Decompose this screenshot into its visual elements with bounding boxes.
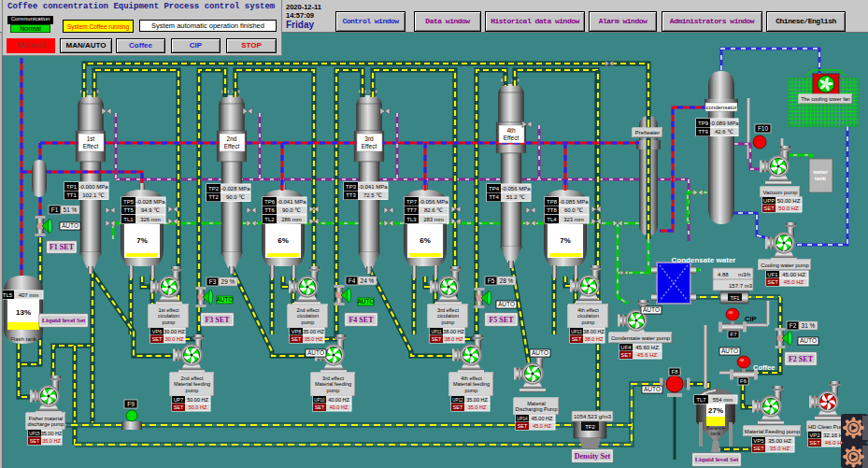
svg-text:90.0 ℃: 90.0 ℃ (282, 207, 301, 213)
svg-text:6%: 6% (277, 236, 289, 245)
svg-text:TP8: TP8 (547, 199, 558, 205)
svg-text:SET: SET (152, 336, 163, 342)
svg-text:38.00 HZ: 38.00 HZ (443, 329, 464, 334)
svg-text:TL2: TL2 (264, 217, 275, 222)
svg-text:4.88: 4.88 (718, 272, 729, 277)
svg-text:554 mm: 554 mm (713, 397, 733, 403)
svg-text:F1: F1 (51, 206, 59, 213)
svg-text:F7: F7 (730, 332, 737, 337)
svg-text:-0.000 MPa: -0.000 MPa (78, 184, 108, 190)
svg-text:condensator: condensator (705, 105, 736, 110)
svg-text:TP1: TP1 (66, 184, 78, 190)
svg-text:UF1: UF1 (767, 272, 778, 277)
svg-text:discharge pump: discharge pump (27, 421, 64, 427)
svg-text:3rd: 3rd (364, 135, 374, 142)
svg-text:1054.523 g/m3: 1054.523 g/m3 (574, 414, 612, 419)
svg-text:TP2: TP2 (208, 186, 220, 191)
svg-text:TP6: TP6 (264, 199, 276, 205)
svg-text:Effect: Effect (504, 135, 519, 141)
svg-text:SET: SET (432, 336, 442, 342)
svg-text:50.0 HZ: 50.0 HZ (189, 404, 207, 410)
svg-text:3rd effect: 3rd effect (437, 307, 459, 313)
svg-text:pump: pump (186, 388, 199, 393)
svg-text:326 mm: 326 mm (140, 217, 161, 222)
svg-text:13%: 13% (16, 308, 31, 317)
svg-text:m3/h: m3/h (738, 272, 750, 277)
svg-text:AUTO: AUTO (800, 337, 817, 344)
svg-text:SET: SET (572, 336, 582, 342)
svg-text:TP5: TP5 (123, 199, 135, 205)
svg-text:38.0 HZ: 38.0 HZ (585, 336, 604, 342)
svg-text:TL4: TL4 (547, 217, 557, 222)
svg-text:27%: 27% (708, 406, 723, 415)
svg-text:VP8: VP8 (292, 329, 301, 334)
svg-text:water: water (812, 169, 828, 175)
svg-text:31 %: 31 % (802, 322, 816, 329)
svg-text:ciculation: ciculation (437, 313, 459, 319)
svg-text:AUTO: AUTO (217, 296, 234, 303)
svg-text:29 %: 29 % (221, 278, 235, 285)
svg-text:90.0 ℃: 90.0 ℃ (226, 194, 245, 200)
svg-text:SET: SET (315, 404, 325, 410)
svg-text:6%: 6% (420, 236, 431, 245)
svg-text:Material feeding: Material feeding (315, 381, 351, 387)
svg-text:Material feeding: Material feeding (174, 381, 210, 387)
svg-text:-0.041 MPa: -0.041 MPa (358, 184, 388, 190)
svg-text:pump: pump (327, 388, 340, 393)
svg-text:7%: 7% (560, 236, 571, 245)
svg-text:1st: 1st (87, 135, 95, 142)
svg-text:AUTO: AUTO (643, 306, 660, 313)
svg-text:SET: SET (292, 336, 302, 342)
svg-text:3rd effect: 3rd effect (322, 376, 344, 381)
svg-text:TL7: TL7 (696, 397, 706, 403)
svg-text:35.00 HZ: 35.00 HZ (466, 397, 488, 403)
svg-text:2nd effect: 2nd effect (296, 307, 320, 313)
svg-text:tank: tank (711, 431, 721, 436)
svg-text:AUTO: AUTO (644, 386, 661, 392)
svg-text:4th effect: 4th effect (577, 307, 599, 313)
svg-text:AUTO: AUTO (721, 347, 738, 354)
svg-text:TL5: TL5 (3, 292, 13, 298)
svg-text:TP4: TP4 (489, 186, 500, 191)
svg-text:VP5: VP5 (753, 438, 764, 444)
svg-text:28 %: 28 % (500, 277, 514, 284)
svg-text:pump: pump (442, 319, 455, 325)
svg-text:4th effect: 4th effect (461, 376, 482, 381)
svg-text:Fisher material: Fisher material (29, 416, 63, 421)
svg-text:TT7: TT7 (406, 207, 417, 213)
svg-text:4th: 4th (506, 127, 515, 134)
svg-text:UP15: UP15 (29, 432, 40, 436)
svg-text:157.7 m3: 157.7 m3 (729, 283, 753, 289)
svg-text:-0.056 MPa: -0.056 MPa (419, 199, 448, 205)
svg-text:50.00 HZ: 50.00 HZ (777, 198, 801, 204)
svg-text:51 %: 51 % (64, 206, 78, 213)
svg-text:Flash tank: Flash tank (10, 336, 37, 342)
svg-text:F3 SET: F3 SET (205, 316, 230, 324)
svg-text:286 mm: 286 mm (281, 217, 302, 222)
svg-text:F2: F2 (790, 322, 797, 329)
svg-text:AUTO: AUTO (307, 349, 324, 356)
svg-text:UP10: UP10 (314, 398, 325, 403)
svg-text:F3: F3 (209, 278, 217, 285)
svg-text:-0.041 MPa: -0.041 MPa (277, 199, 306, 205)
svg-text:F10: F10 (758, 125, 769, 132)
svg-text:35.00 HZ: 35.00 HZ (768, 438, 791, 444)
svg-text:SET: SET (767, 279, 778, 285)
svg-text:35.0 HZ: 35.0 HZ (770, 446, 790, 451)
svg-text:45.6 HZ: 45.6 HZ (637, 352, 658, 358)
svg-text:Density Set: Density Set (575, 452, 611, 461)
svg-text:Effect: Effect (83, 143, 99, 149)
svg-text:tank: tank (815, 176, 827, 181)
svg-text:323 mm: 323 mm (563, 217, 584, 222)
svg-text:AUTO: AUTO (62, 222, 78, 229)
svg-text:UP12: UP12 (452, 398, 463, 403)
svg-text:24 %: 24 % (361, 277, 375, 284)
svg-text:45.60 HZ: 45.60 HZ (635, 345, 659, 350)
svg-text:283 mm: 283 mm (423, 217, 444, 222)
svg-text:SET: SET (453, 404, 463, 410)
svg-text:38.0 HZ: 38.0 HZ (445, 336, 463, 342)
svg-text:Condensate water: Condensate water (672, 256, 736, 264)
svg-text:45.0 HZ: 45.0 HZ (784, 279, 804, 285)
svg-text:SET: SET (753, 446, 764, 451)
svg-text:7%: 7% (136, 236, 148, 245)
